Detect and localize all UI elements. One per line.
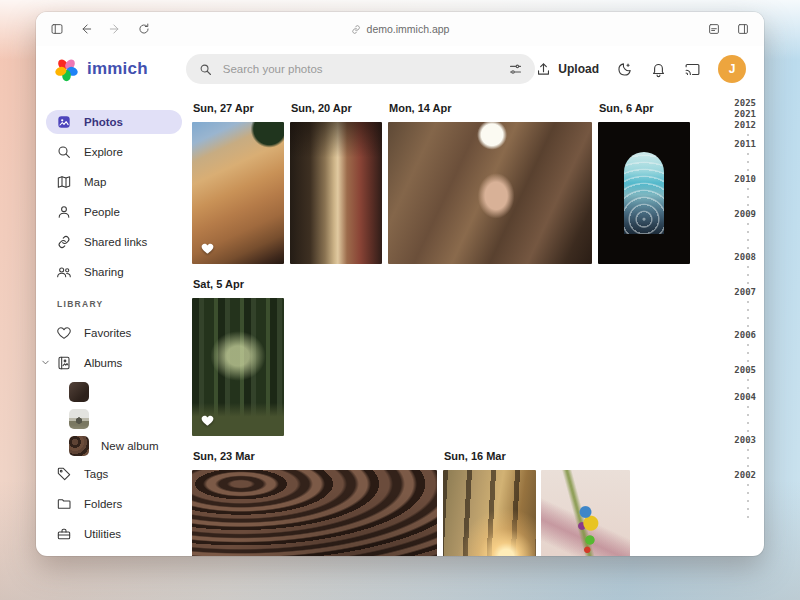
date-group: Sat, 5 Apr <box>192 278 284 436</box>
album-item[interactable] <box>46 381 182 402</box>
map-icon <box>56 174 72 190</box>
cast-icon[interactable] <box>684 61 701 78</box>
sidebar-item-albums[interactable]: Albums <box>46 351 182 375</box>
toolbar-right <box>707 22 750 36</box>
photo-coastal-village[interactable] <box>192 122 284 264</box>
timeline-month-tick <box>747 465 749 467</box>
timeline-month-tick <box>747 309 749 311</box>
sidebar-item-label: People <box>84 206 120 218</box>
sidebar-item-explore[interactable]: Explore <box>46 140 182 164</box>
photo-sunlit-forest[interactable] <box>443 470 536 556</box>
date-group: Sun, 16 Mar <box>443 450 630 556</box>
photo-narrow-alley[interactable] <box>290 122 382 264</box>
header-controls: Upload J <box>535 55 746 83</box>
upload-label: Upload <box>558 62 599 76</box>
sidebar-main-items: PhotosExploreMapPeopleShared linksSharin… <box>46 110 182 284</box>
album-item[interactable]: New album <box>46 435 182 456</box>
library-section-label: LIBRARY <box>57 299 182 309</box>
date-group-photos <box>192 122 284 264</box>
link-icon <box>56 234 72 250</box>
timeline-month-tick <box>747 449 749 451</box>
timeline-month-tick <box>747 161 749 163</box>
date-group-photos <box>192 298 284 436</box>
timeline-month-tick <box>747 153 749 155</box>
app-body: PhotosExploreMapPeopleShared linksSharin… <box>36 92 764 556</box>
reload-icon[interactable] <box>137 22 151 36</box>
sidebar-item-people[interactable]: People <box>46 200 182 224</box>
sidebar-item-photos[interactable]: Photos <box>46 110 182 134</box>
dark-mode-moon-icon[interactable] <box>616 61 633 78</box>
favorite-heart-icon <box>200 241 215 256</box>
date-group-header: Sun, 23 Mar <box>193 450 437 462</box>
sidebar-item-favorites[interactable]: Favorites <box>46 321 182 345</box>
immich-header: immich Upload J <box>36 46 764 92</box>
pages-icon[interactable] <box>707 22 721 36</box>
heart-icon <box>56 325 72 341</box>
photo-chocolate-waves[interactable] <box>192 470 437 556</box>
favorite-heart-icon <box>200 413 215 428</box>
photo-arch-window-harbor[interactable] <box>598 122 690 264</box>
sidebar-item-label: Utilities <box>84 528 121 540</box>
photo-tree-hollow[interactable] <box>388 122 592 264</box>
timeline-scrubber[interactable]: 2025202120122011201020092008200720062005… <box>722 92 764 556</box>
photo-forest-path[interactable] <box>192 298 284 436</box>
upload-button[interactable]: Upload <box>535 61 599 78</box>
album-item[interactable] <box>46 408 182 429</box>
chevron-down-icon[interactable] <box>40 357 51 370</box>
timeline-month-tick <box>747 274 749 276</box>
back-icon[interactable] <box>79 22 93 36</box>
sidebar-item-utilities[interactable]: Utilities <box>46 522 182 546</box>
url-text: demo.immich.app <box>367 23 450 35</box>
sidebar-item-label: Shared links <box>84 236 147 248</box>
search-bar[interactable] <box>186 54 536 84</box>
sidebar-item-sharing[interactable]: Sharing <box>46 260 182 284</box>
timeline-year: 2008 <box>734 252 756 263</box>
date-group-photos <box>290 122 382 264</box>
photo-row: Sun, 27 AprSun, 20 AprMon, 14 AprSun, 6 … <box>192 102 722 264</box>
search-input[interactable] <box>223 63 499 75</box>
timeline-month-tick <box>747 223 749 225</box>
forward-icon[interactable] <box>108 22 122 36</box>
date-group-photos <box>598 122 690 264</box>
tag-icon <box>56 466 72 482</box>
sidebar-item-tags[interactable]: Tags <box>46 462 182 486</box>
timeline-year: 2004 <box>734 392 756 403</box>
folder-icon <box>56 496 72 512</box>
timeline-month-tick <box>747 430 749 432</box>
address-bar[interactable]: demo.immich.app <box>351 23 450 35</box>
immich-flower-icon <box>54 57 79 82</box>
notifications-bell-icon[interactable] <box>650 61 667 78</box>
timeline-month-tick <box>747 169 749 171</box>
sidebar-item-label: Sharing <box>84 266 124 278</box>
photo-gouldian-finch[interactable] <box>541 470 630 556</box>
browser-toolbar: demo.immich.app <box>36 12 764 46</box>
timeline-month-tick <box>747 414 749 416</box>
people-icon <box>56 204 72 220</box>
sidebar-item-folders[interactable]: Folders <box>46 492 182 516</box>
timeline-month-tick <box>747 500 749 502</box>
avatar[interactable]: J <box>718 55 746 83</box>
timeline-month-tick <box>747 508 749 510</box>
album-icon <box>56 355 72 371</box>
sidebar-item-label: Favorites <box>84 327 131 339</box>
sidebar-more-items: TagsFoldersUtilities <box>46 462 182 546</box>
date-group-header: Sun, 16 Mar <box>444 450 630 462</box>
timeline-month-tick <box>747 516 749 518</box>
timeline-month-tick <box>747 188 749 190</box>
search-icon <box>198 62 213 77</box>
sidebar-item-shared-links[interactable]: Shared links <box>46 230 182 254</box>
sidebar-item-label: Explore <box>84 146 123 158</box>
timeline-year: 2005 <box>734 365 756 376</box>
date-group-photos <box>192 470 437 556</box>
timeline-month-tick <box>747 344 749 346</box>
sidebar-item-label: Albums <box>84 357 122 369</box>
sidebar-toggle-icon[interactable] <box>50 22 64 36</box>
tab-switcher-icon[interactable] <box>736 22 750 36</box>
sidebar-item-map[interactable]: Map <box>46 170 182 194</box>
date-group: Sun, 27 Apr <box>192 102 284 264</box>
date-group-header: Sun, 27 Apr <box>193 102 284 114</box>
photos-icon <box>56 114 72 130</box>
timeline-month-tick <box>747 239 749 241</box>
immich-logo[interactable]: immich <box>54 57 186 82</box>
explore-icon <box>56 144 72 160</box>
